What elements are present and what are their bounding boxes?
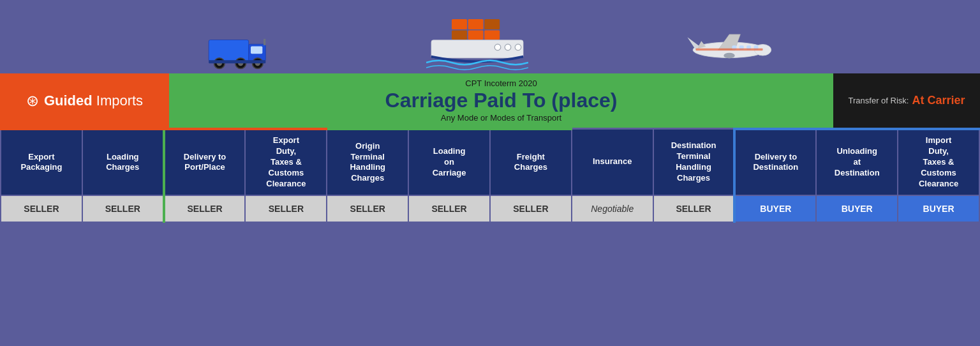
cell-export-duty: SELLER <box>245 195 327 222</box>
ship-icon <box>426 16 528 73</box>
incoterm-table: ExportPackaging LoadingCharges Delivery … <box>0 128 980 222</box>
col-export-duty: ExportDuty,Taxes &CustomsClearance <box>245 129 327 195</box>
plane-icon <box>685 29 774 73</box>
col-unloading-dest: UnloadingatDestination <box>816 129 898 195</box>
header-title: Carriage Paid To (place) <box>385 89 618 112</box>
cell-loading-charges: SELLER <box>82 195 164 222</box>
cell-unloading-dest: BUYER <box>816 195 898 222</box>
col-export-packaging: ExportPackaging <box>1 129 82 195</box>
cell-insurance: Negotiable <box>572 195 653 222</box>
svg-rect-28 <box>696 49 763 51</box>
page-wrapper: ⊛ Guided Imports CPT Incoterm 2020 Carri… <box>0 0 980 346</box>
svg-point-18 <box>494 44 501 50</box>
svg-point-27 <box>724 53 736 59</box>
col-dest-terminal: DestinationTerminalHandlingCharges <box>653 129 735 195</box>
cell-origin-terminal: SELLER <box>327 195 408 222</box>
col-origin-terminal: OriginTerminalHandlingCharges <box>327 129 408 195</box>
col-loading-charges: LoadingCharges <box>82 129 164 195</box>
cell-delivery-port: SELLER <box>164 195 246 222</box>
logo-icon: ⊛ <box>26 92 39 110</box>
svg-point-19 <box>505 44 511 50</box>
cell-freight-charges: SELLER <box>490 195 572 222</box>
svg-rect-16 <box>484 31 500 40</box>
risk-value: At Carrier <box>912 94 965 107</box>
risk-label: Transfer of Risk: <box>849 96 909 105</box>
svg-rect-13 <box>484 19 500 29</box>
table-wrapper: ExportPackaging LoadingCharges Delivery … <box>0 128 980 222</box>
cell-export-packaging: SELLER <box>1 195 82 222</box>
svg-rect-2 <box>251 47 262 54</box>
table-row: SELLER SELLER SELLER SELLER SELLER SELLE… <box>1 195 979 222</box>
col-freight-charges: FreightCharges <box>490 129 572 195</box>
svg-point-20 <box>515 44 521 50</box>
cell-delivery-dest: BUYER <box>734 195 816 222</box>
icon-row <box>0 0 980 73</box>
cell-loading-carriage: SELLER <box>408 195 490 222</box>
svg-rect-3 <box>264 39 265 45</box>
header-subtitle: Any Mode or Modes of Transport <box>441 113 561 123</box>
svg-rect-10 <box>209 60 265 63</box>
header-row: ExportPackaging LoadingCharges Delivery … <box>1 129 979 195</box>
svg-rect-14 <box>452 31 467 40</box>
col-insurance: Insurance <box>572 129 653 195</box>
cell-dest-terminal: SELLER <box>653 195 735 222</box>
cell-import-duty: BUYER <box>898 195 979 222</box>
logo-section: ⊛ Guided Imports <box>0 73 169 128</box>
truck-icon <box>206 22 270 73</box>
svg-rect-11 <box>452 19 467 29</box>
col-loading-carriage: LoadingonCarriage <box>408 129 490 195</box>
logo-text: Guided Imports <box>44 93 143 109</box>
header-bar: ⊛ Guided Imports CPT Incoterm 2020 Carri… <box>0 73 980 128</box>
header-center: CPT Incoterm 2020 Carriage Paid To (plac… <box>169 73 833 128</box>
incoterm-label: CPT Incoterm 2020 <box>465 79 537 88</box>
svg-rect-12 <box>468 19 484 29</box>
header-right: Transfer of Risk: At Carrier <box>833 73 980 128</box>
col-delivery-port: Delivery toPort/Place <box>164 129 246 195</box>
col-delivery-dest: Delivery toDestination <box>734 129 816 195</box>
svg-rect-15 <box>468 31 484 40</box>
col-import-duty: ImportDuty,Taxes &CustomsClearance <box>898 129 979 195</box>
